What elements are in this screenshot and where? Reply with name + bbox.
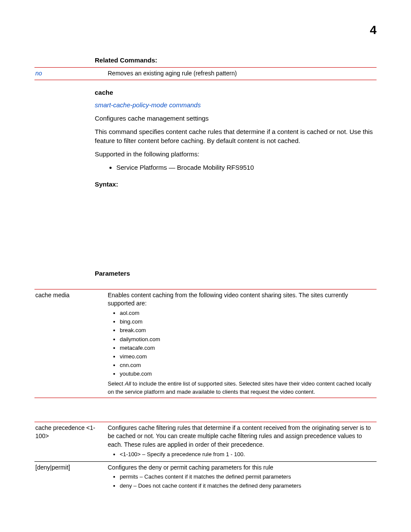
list-item: break.com bbox=[120, 326, 375, 335]
platform-list: Service Platforms — Brocade Mobility RFS… bbox=[95, 163, 377, 172]
param-note: Select All to include the entire list of… bbox=[108, 380, 375, 395]
param-val: Enables content caching from the followi… bbox=[108, 291, 377, 396]
related-commands-table: no Removes an existing aging rule (refre… bbox=[34, 67, 377, 80]
site-list: aol.com bing.com break.com dailymotion.c… bbox=[108, 309, 375, 379]
list-item: permits – Caches content if it matches t… bbox=[120, 473, 375, 481]
table-row: [deny|permit] Configures the deny or per… bbox=[34, 462, 377, 493]
cache-p3: Supported in the following platforms: bbox=[95, 149, 377, 159]
param-bullets: <1-100> – Specify a precedence rule from… bbox=[108, 450, 375, 459]
cache-heading: cache bbox=[95, 88, 377, 97]
syntax-heading: Syntax: bbox=[95, 180, 377, 189]
list-item: deny – Does not cache content if it matc… bbox=[120, 482, 375, 490]
smart-cache-link[interactable]: smart-cache-policy-mode commands bbox=[95, 100, 377, 109]
param-val: Configures cache filtering rules that de… bbox=[108, 424, 377, 460]
parameters-table-2: cache precedence <1-100> Configures cach… bbox=[34, 422, 377, 493]
no-description: Removes an existing aging rule (refresh … bbox=[108, 69, 377, 78]
param-intro: Enables content caching from the followi… bbox=[108, 291, 375, 308]
related-commands-heading: Related Commands: bbox=[95, 56, 377, 65]
list-item: vimeo.com bbox=[120, 352, 375, 361]
param-key: [deny|permit] bbox=[34, 464, 108, 491]
list-item: youtube.com bbox=[120, 370, 375, 378]
table-row: cache media Enables content caching from… bbox=[34, 289, 377, 398]
parameters-table-1: cache media Enables content caching from… bbox=[34, 289, 377, 398]
param-key: cache precedence <1-100> bbox=[34, 424, 108, 460]
param-text: Configures cache filtering rules that de… bbox=[108, 424, 375, 449]
list-item: cnn.com bbox=[120, 361, 375, 370]
table-row: no Removes an existing aging rule (refre… bbox=[34, 68, 377, 80]
parameters-heading: Parameters bbox=[95, 269, 377, 278]
list-item: dailymotion.com bbox=[120, 335, 375, 344]
param-val: Configures the deny or permit caching pa… bbox=[108, 464, 377, 491]
page-number: 4 bbox=[34, 22, 377, 38]
list-item: Service Platforms — Brocade Mobility RFS… bbox=[116, 163, 377, 172]
list-item: aol.com bbox=[120, 309, 375, 317]
list-item: bing.com bbox=[120, 317, 375, 326]
no-link[interactable]: no bbox=[34, 69, 108, 78]
param-bullets: permits – Caches content if it matches t… bbox=[108, 473, 375, 490]
param-text: Configures the deny or permit caching pa… bbox=[108, 464, 375, 472]
list-item: metacafe.com bbox=[120, 344, 375, 352]
table-row: cache precedence <1-100> Configures cach… bbox=[34, 422, 377, 461]
cache-p1: Configures cache management settings bbox=[95, 114, 377, 123]
cache-p2: This command specifies content cache rul… bbox=[95, 127, 377, 145]
list-item: <1-100> – Specify a precedence rule from… bbox=[120, 450, 375, 459]
param-key: cache media bbox=[34, 291, 108, 396]
